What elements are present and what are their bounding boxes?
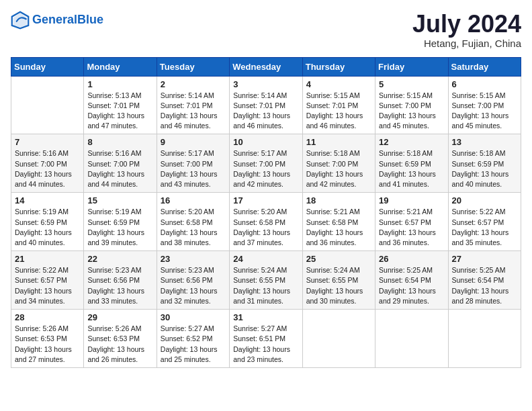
calendar-cell <box>448 310 521 368</box>
day-detail: Sunrise: 5:20 AMSunset: 6:58 PMDaylight:… <box>161 207 226 248</box>
calendar-cell: 7Sunrise: 5:16 AMSunset: 7:00 PMDaylight… <box>11 134 84 193</box>
day-detail: Sunrise: 5:21 AMSunset: 6:58 PMDaylight:… <box>306 207 371 248</box>
logo-general: General <box>32 13 77 26</box>
day-detail: Sunrise: 5:23 AMSunset: 6:56 PMDaylight:… <box>161 265 226 306</box>
col-header-saturday: Saturday <box>448 57 521 76</box>
calendar-week-row: 1Sunrise: 5:13 AMSunset: 7:01 PMDaylight… <box>11 76 521 134</box>
day-number: 14 <box>15 195 80 205</box>
calendar-cell <box>11 76 84 134</box>
calendar-cell: 10Sunrise: 5:17 AMSunset: 7:00 PMDayligh… <box>230 134 302 193</box>
day-detail: Sunrise: 5:27 AMSunset: 6:51 PMDaylight:… <box>233 324 298 365</box>
calendar-cell: 12Sunrise: 5:18 AMSunset: 6:59 PMDayligh… <box>375 134 448 193</box>
location-subtitle: Hetang, Fujian, China <box>412 38 521 49</box>
day-detail: Sunrise: 5:16 AMSunset: 7:00 PMDaylight:… <box>15 148 80 189</box>
calendar-cell: 13Sunrise: 5:18 AMSunset: 6:59 PMDayligh… <box>448 134 521 193</box>
day-number: 29 <box>87 312 152 322</box>
day-number: 11 <box>306 137 371 147</box>
day-number: 13 <box>452 137 517 147</box>
day-number: 16 <box>161 195 226 205</box>
calendar-week-row: 14Sunrise: 5:19 AMSunset: 6:59 PMDayligh… <box>11 193 521 251</box>
day-number: 17 <box>233 195 298 205</box>
day-number: 19 <box>379 195 444 205</box>
calendar-cell: 16Sunrise: 5:20 AMSunset: 6:58 PMDayligh… <box>157 193 229 251</box>
calendar-cell: 17Sunrise: 5:20 AMSunset: 6:58 PMDayligh… <box>230 193 302 251</box>
day-detail: Sunrise: 5:26 AMSunset: 6:53 PMDaylight:… <box>87 324 152 365</box>
day-number: 23 <box>161 254 226 264</box>
day-number: 9 <box>161 137 226 147</box>
day-detail: Sunrise: 5:25 AMSunset: 6:54 PMDaylight:… <box>379 265 444 306</box>
day-number: 2 <box>161 79 226 89</box>
logo-icon <box>11 11 30 30</box>
calendar-cell: 24Sunrise: 5:24 AMSunset: 6:55 PMDayligh… <box>230 251 302 310</box>
day-number: 21 <box>15 254 80 264</box>
day-number: 12 <box>379 137 444 147</box>
calendar-header-row: SundayMondayTuesdayWednesdayThursdayFrid… <box>11 57 521 76</box>
month-year-title: July 2024 <box>412 11 521 38</box>
calendar-cell: 28Sunrise: 5:26 AMSunset: 6:53 PMDayligh… <box>11 310 84 368</box>
day-number: 27 <box>452 254 517 264</box>
logo-blue: Blue <box>77 13 103 26</box>
calendar-cell: 18Sunrise: 5:21 AMSunset: 6:58 PMDayligh… <box>302 193 375 251</box>
day-detail: Sunrise: 5:22 AMSunset: 6:57 PMDaylight:… <box>15 265 80 306</box>
col-header-wednesday: Wednesday <box>230 57 302 76</box>
day-detail: Sunrise: 5:20 AMSunset: 6:58 PMDaylight:… <box>233 207 298 248</box>
col-header-friday: Friday <box>375 57 448 76</box>
day-number: 7 <box>15 137 80 147</box>
day-detail: Sunrise: 5:13 AMSunset: 7:01 PMDaylight:… <box>87 91 152 132</box>
day-number: 10 <box>233 137 298 147</box>
calendar-cell: 22Sunrise: 5:23 AMSunset: 6:56 PMDayligh… <box>84 251 157 310</box>
calendar-cell: 2Sunrise: 5:14 AMSunset: 7:01 PMDaylight… <box>157 76 229 134</box>
day-number: 1 <box>87 79 152 89</box>
day-detail: Sunrise: 5:17 AMSunset: 7:00 PMDaylight:… <box>233 148 298 189</box>
day-detail: Sunrise: 5:18 AMSunset: 6:59 PMDaylight:… <box>379 148 444 189</box>
day-detail: Sunrise: 5:15 AMSunset: 7:00 PMDaylight:… <box>379 91 444 132</box>
day-number: 30 <box>161 312 226 322</box>
calendar-cell: 21Sunrise: 5:22 AMSunset: 6:57 PMDayligh… <box>11 251 84 310</box>
day-detail: Sunrise: 5:27 AMSunset: 6:52 PMDaylight:… <box>161 324 226 365</box>
calendar-cell <box>302 310 375 368</box>
day-number: 18 <box>306 195 371 205</box>
col-header-monday: Monday <box>84 57 157 76</box>
logo-text-block: GeneralBlue <box>32 13 103 27</box>
day-number: 4 <box>306 79 371 89</box>
calendar-week-row: 28Sunrise: 5:26 AMSunset: 6:53 PMDayligh… <box>11 310 521 368</box>
calendar-cell: 15Sunrise: 5:19 AMSunset: 6:59 PMDayligh… <box>84 193 157 251</box>
day-number: 31 <box>233 312 298 322</box>
day-detail: Sunrise: 5:17 AMSunset: 7:00 PMDaylight:… <box>161 148 226 189</box>
day-detail: Sunrise: 5:18 AMSunset: 6:59 PMDaylight:… <box>452 148 517 189</box>
day-detail: Sunrise: 5:14 AMSunset: 7:01 PMDaylight:… <box>233 91 298 132</box>
col-header-tuesday: Tuesday <box>157 57 229 76</box>
day-number: 25 <box>306 254 371 264</box>
day-number: 15 <box>87 195 152 205</box>
col-header-sunday: Sunday <box>11 57 84 76</box>
day-detail: Sunrise: 5:24 AMSunset: 6:55 PMDaylight:… <box>306 265 371 306</box>
calendar-cell: 30Sunrise: 5:27 AMSunset: 6:52 PMDayligh… <box>157 310 229 368</box>
day-detail: Sunrise: 5:26 AMSunset: 6:53 PMDaylight:… <box>15 324 80 365</box>
day-detail: Sunrise: 5:23 AMSunset: 6:56 PMDaylight:… <box>87 265 152 306</box>
calendar-cell: 29Sunrise: 5:26 AMSunset: 6:53 PMDayligh… <box>84 310 157 368</box>
calendar-cell: 31Sunrise: 5:27 AMSunset: 6:51 PMDayligh… <box>230 310 302 368</box>
calendar-cell: 19Sunrise: 5:21 AMSunset: 6:57 PMDayligh… <box>375 193 448 251</box>
calendar-cell: 6Sunrise: 5:15 AMSunset: 7:00 PMDaylight… <box>448 76 521 134</box>
day-detail: Sunrise: 5:18 AMSunset: 7:00 PMDaylight:… <box>306 148 371 189</box>
day-detail: Sunrise: 5:22 AMSunset: 6:57 PMDaylight:… <box>452 207 517 248</box>
day-number: 24 <box>233 254 298 264</box>
logo: GeneralBlue <box>11 11 103 30</box>
calendar-cell: 8Sunrise: 5:16 AMSunset: 7:00 PMDaylight… <box>84 134 157 193</box>
calendar-cell: 23Sunrise: 5:23 AMSunset: 6:56 PMDayligh… <box>157 251 229 310</box>
day-number: 6 <box>452 79 517 89</box>
calendar-cell: 3Sunrise: 5:14 AMSunset: 7:01 PMDaylight… <box>230 76 302 134</box>
col-header-thursday: Thursday <box>302 57 375 76</box>
calendar-cell: 5Sunrise: 5:15 AMSunset: 7:00 PMDaylight… <box>375 76 448 134</box>
day-number: 5 <box>379 79 444 89</box>
calendar-cell <box>375 310 448 368</box>
calendar-cell: 4Sunrise: 5:15 AMSunset: 7:01 PMDaylight… <box>302 76 375 134</box>
day-number: 28 <box>15 312 80 322</box>
calendar-cell: 1Sunrise: 5:13 AMSunset: 7:01 PMDaylight… <box>84 76 157 134</box>
calendar-cell: 20Sunrise: 5:22 AMSunset: 6:57 PMDayligh… <box>448 193 521 251</box>
calendar-table: SundayMondayTuesdayWednesdayThursdayFrid… <box>11 57 521 368</box>
day-detail: Sunrise: 5:16 AMSunset: 7:00 PMDaylight:… <box>87 148 152 189</box>
calendar-cell: 25Sunrise: 5:24 AMSunset: 6:55 PMDayligh… <box>302 251 375 310</box>
day-detail: Sunrise: 5:24 AMSunset: 6:55 PMDaylight:… <box>233 265 298 306</box>
calendar-cell: 14Sunrise: 5:19 AMSunset: 6:59 PMDayligh… <box>11 193 84 251</box>
